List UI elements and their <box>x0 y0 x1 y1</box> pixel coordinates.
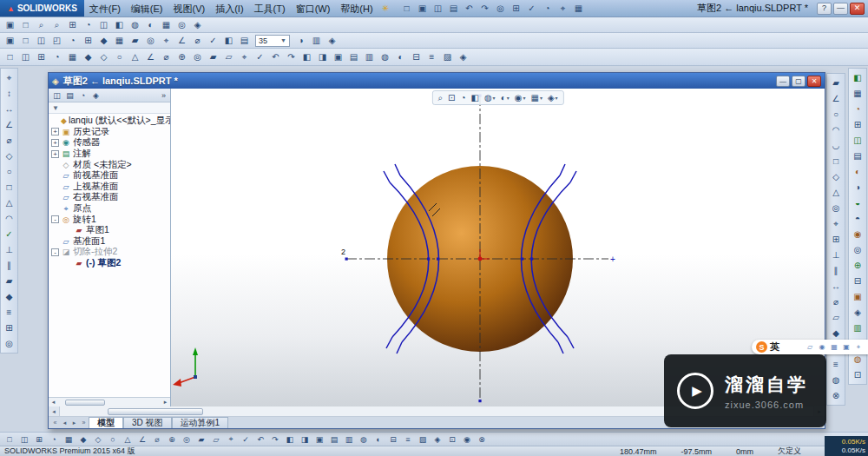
tree-item-5[interactable]: ▱前视基准面 <box>49 170 170 182</box>
feature-tool-icon-8[interactable]: △ <box>128 50 142 63</box>
main-window-btn-0-button[interactable]: ? <box>817 3 832 15</box>
sketch-tool-icon-7[interactable]: ▦ <box>112 34 127 47</box>
document-window-titlebar[interactable]: ◈ 草图2 ← lanqiu.SLDPRT * —▢✕ <box>49 73 825 89</box>
quick-access-icon-2[interactable]: ◫ <box>431 2 445 15</box>
snap-tool-icon-7[interactable]: ○ <box>106 433 120 445</box>
right-tool-icon-18[interactable]: ◍ <box>850 353 865 366</box>
hud-button-1[interactable]: ⊡ <box>446 93 457 102</box>
right-tool-icon-1[interactable]: ▦ <box>850 87 865 100</box>
quick-access-icon-1[interactable]: ▣ <box>415 2 430 15</box>
snap-tool-icon-30[interactable]: ⊡ <box>445 433 459 445</box>
sketch-tool-icon-0[interactable]: ▣ <box>3 34 17 47</box>
view-tool-icon-1[interactable]: □ <box>18 18 33 31</box>
right-tool-icon-12[interactable]: ⊕ <box>850 259 865 272</box>
feature-tool-icon-3[interactable]: ◔ <box>49 50 64 63</box>
panel-tab-icon-3[interactable]: ◈ <box>89 89 102 101</box>
right-tool-icon-4[interactable]: ◫ <box>850 134 865 147</box>
panel-tab-icon-2[interactable]: ◔ <box>76 89 89 101</box>
sogou-logo-icon[interactable]: S <box>756 341 767 353</box>
feature-tool-icon-18[interactable]: ↷ <box>284 50 299 63</box>
sketch-tool-icon-5[interactable]: ⊞ <box>81 34 95 47</box>
expander-icon[interactable]: - <box>51 215 59 223</box>
scroll-left-icon[interactable]: ◂ <box>49 398 58 406</box>
expander-icon[interactable]: - <box>51 248 59 256</box>
tree-item-6[interactable]: ▱上视基准面 <box>49 182 170 193</box>
feature-tool-icon-24[interactable]: ◍ <box>378 50 392 63</box>
right-tool-icon-15[interactable]: ◈ <box>850 306 865 319</box>
tree-item-13[interactable]: ▰(-) 草图2 <box>49 258 170 269</box>
hud-button-3[interactable]: ◧ <box>469 93 480 102</box>
tree-item-11[interactable]: ▱基准面1 <box>49 236 170 248</box>
sketch-tool-icon-3[interactable]: ◰ <box>49 34 64 47</box>
quick-access-icon-8[interactable]: ✓ <box>524 2 539 15</box>
left-tool-icon-4[interactable]: ⌀ <box>2 134 17 147</box>
left-tool-icon-1[interactable]: ↕ <box>2 87 17 100</box>
tab-next-icon[interactable]: ▸ <box>69 418 79 428</box>
snap-tool-icon-22[interactable]: ▤ <box>327 433 341 445</box>
menu-item-0[interactable]: 文件(F) <box>84 0 126 17</box>
sketch-strip-icon-11[interactable]: ⊥ <box>828 248 844 261</box>
sketch-strip-icon-12[interactable]: ∥ <box>828 264 844 277</box>
feature-tool-icon-29[interactable]: ◈ <box>456 50 470 63</box>
left-tool-icon-2[interactable]: ↔ <box>2 102 17 116</box>
snap-tool-icon-31[interactable]: ◉ <box>460 433 474 445</box>
snap-tool-icon-16[interactable]: ✓ <box>239 433 253 445</box>
view-tool-icon-10[interactable]: ▦ <box>159 18 174 31</box>
view-tool-icon-6[interactable]: ◫ <box>96 18 111 31</box>
doc-window-close-button[interactable]: ✕ <box>807 76 821 87</box>
feature-tool-icon-15[interactable]: ⌖ <box>237 50 252 63</box>
sketch-tool-extra-icon-1[interactable]: ▥ <box>309 34 324 47</box>
tree-item-0[interactable]: ◆lanqiu (默认<<默认>_显示状 <box>49 116 170 127</box>
expander-icon[interactable]: + <box>51 139 59 147</box>
snap-tool-icon-4[interactable]: ▦ <box>62 433 76 445</box>
feature-tool-icon-22[interactable]: ▤ <box>346 50 361 63</box>
sketch-tool-icon-13[interactable]: ✓ <box>206 34 220 47</box>
feature-tool-icon-16[interactable]: ✓ <box>253 50 267 63</box>
feature-tool-icon-25[interactable]: ◐ <box>393 50 408 63</box>
hud-button-5[interactable]: ◐▾ <box>499 93 511 102</box>
sketch-strip-icon-6[interactable]: ◇ <box>828 170 844 183</box>
snap-tool-icon-32[interactable]: ⊗ <box>475 433 489 445</box>
quick-access-icon-0[interactable]: □ <box>399 2 414 15</box>
sketch-tool-icon-11[interactable]: ∠ <box>174 34 189 47</box>
panel-tab-icon-1[interactable]: ▤ <box>63 89 76 101</box>
tree-item-2[interactable]: +◉传感器 <box>49 137 170 149</box>
right-tool-icon-7[interactable]: ◑ <box>850 181 865 194</box>
ime-tool-icon-1[interactable]: ◉ <box>817 342 827 353</box>
right-tool-icon-13[interactable]: ⊟ <box>850 274 865 287</box>
sketch-strip-icon-20[interactable]: ⊗ <box>828 389 844 402</box>
sketch-strip-icon-14[interactable]: ⌀ <box>828 295 844 308</box>
snap-tool-icon-20[interactable]: ◨ <box>298 433 312 445</box>
panel-horizontal-scrollbar[interactable]: ◂ ▸ <box>49 397 170 406</box>
left-tool-icon-7[interactable]: □ <box>2 181 17 194</box>
feature-tool-icon-20[interactable]: ◨ <box>315 50 330 63</box>
snap-tool-icon-24[interactable]: ◍ <box>357 433 371 445</box>
ime-tool-icon-2[interactable]: ▦ <box>829 342 839 353</box>
view-tool-icon-3[interactable]: ⌕ <box>49 18 64 31</box>
snap-tool-icon-10[interactable]: ⌀ <box>150 433 164 445</box>
sketch-tool-icon-9[interactable]: ◎ <box>143 34 158 47</box>
quick-access-icon-10[interactable]: ⌖ <box>556 2 570 15</box>
snap-tool-icon-8[interactable]: △ <box>121 433 135 445</box>
sketch-strip-icon-5[interactable]: □ <box>828 155 844 168</box>
sketch-tool-icon-10[interactable]: ⌖ <box>159 34 174 47</box>
snap-tool-icon-5[interactable]: ◆ <box>76 433 90 445</box>
main-window-close-button[interactable]: ✕ <box>850 3 865 15</box>
feature-tool-icon-19[interactable]: ◧ <box>299 50 314 63</box>
snap-tool-icon-0[interactable]: □ <box>3 433 16 445</box>
quick-access-icon-5[interactable]: ↷ <box>477 2 492 15</box>
menu-item-3[interactable]: 插入(I) <box>210 0 248 17</box>
sketch-tool-icon-14[interactable]: ◧ <box>221 34 236 47</box>
right-tool-icon-3[interactable]: ⊞ <box>850 118 865 131</box>
scrollbar-thumb[interactable] <box>65 400 105 406</box>
panel-tab-icon-0[interactable]: ◫ <box>50 89 63 101</box>
main-window-btn-1-button[interactable]: — <box>833 3 848 15</box>
left-tool-icon-9[interactable]: ◠ <box>2 212 17 225</box>
left-tool-icon-3[interactable]: ∠ <box>2 118 17 131</box>
snap-tool-icon-3[interactable]: ◔ <box>47 433 61 445</box>
left-tool-icon-13[interactable]: ▰ <box>2 274 17 287</box>
expander-icon[interactable]: + <box>51 128 59 135</box>
sketch-tool-extra-icon-0[interactable]: ◑ <box>293 34 308 47</box>
tab-3D 视图[interactable]: 3D 视图 <box>123 417 172 428</box>
sketch-tool-icon-4[interactable]: ◔ <box>65 34 80 47</box>
